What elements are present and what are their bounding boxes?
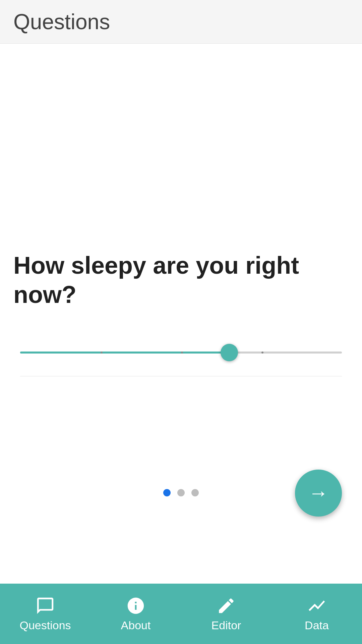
arrow-right-icon: → — [308, 483, 328, 503]
page-dot-3[interactable] — [191, 489, 199, 496]
slider-divider — [20, 376, 342, 376]
chart-icon — [307, 596, 326, 615]
nav-label-questions: Questions — [19, 619, 71, 632]
main-content: How sleepy are you right now? → — [0, 44, 362, 584]
slider-tick-1 — [101, 352, 103, 354]
page-title: Questions — [13, 9, 110, 34]
slider-tick-3 — [261, 352, 263, 354]
info-icon — [126, 596, 145, 615]
question-text: How sleepy are you right now? — [13, 251, 349, 309]
next-button[interactable]: → — [295, 470, 342, 517]
nav-item-editor[interactable]: Editor — [181, 584, 272, 644]
slider-track-fill — [20, 352, 229, 354]
nav-item-questions[interactable]: Questions — [0, 584, 90, 644]
nav-label-editor: Editor — [212, 619, 241, 632]
nav-label-about: About — [121, 619, 151, 632]
page-dot-1[interactable] — [163, 489, 171, 496]
edit-icon — [217, 596, 236, 615]
nav-item-about[interactable]: About — [90, 584, 181, 644]
header: Questions — [0, 0, 362, 44]
slider-thumb[interactable] — [221, 344, 238, 361]
chat-icon — [36, 596, 55, 615]
page-dot-2[interactable] — [177, 489, 185, 496]
slider-wrapper — [20, 342, 342, 363]
slider-container — [13, 342, 349, 376]
nav-label-data: Data — [305, 619, 329, 632]
slider-tick-2 — [181, 352, 183, 354]
bottom-navigation: Questions About Editor Data — [0, 584, 362, 644]
nav-item-data[interactable]: Data — [272, 584, 362, 644]
